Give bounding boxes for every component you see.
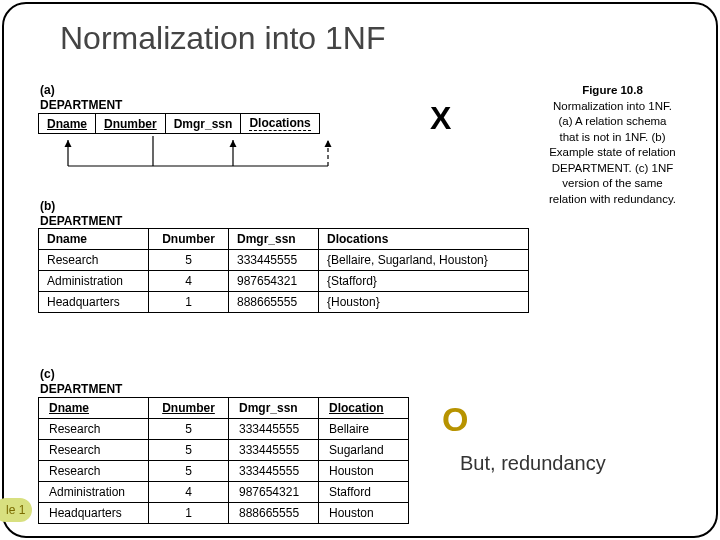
col-dname: Dname	[39, 229, 149, 250]
section-b-label: (b)	[40, 199, 55, 213]
table-row: Headquarters 1 888665555 {Houston}	[39, 292, 529, 313]
table-c: Dname Dnumber Dmgr_ssn Dlocation Researc…	[38, 397, 409, 524]
col-dlocation: Dlocation	[319, 398, 409, 419]
table-row: Research5333445555Bellaire	[39, 419, 409, 440]
table-row: Research5333445555Houston	[39, 461, 409, 482]
col-dmgrssn: Dmgr_ssn	[165, 114, 241, 134]
figure-title: Figure 10.8	[525, 83, 700, 99]
col-dnumber: Dnumber	[96, 114, 166, 134]
col-dnumber: Dnumber	[149, 398, 229, 419]
table-header-row: Dname Dnumber Dmgr_ssn Dlocations	[39, 229, 529, 250]
table-row: Research 5 333445555 {Bellaire, Sugarlan…	[39, 250, 529, 271]
table-row: Dname Dnumber Dmgr_ssn Dlocations	[39, 114, 320, 134]
mark-x: X	[430, 100, 451, 137]
fd-arrows	[38, 136, 398, 186]
table-row: Research5333445555Sugarland	[39, 440, 409, 461]
section-c-label: (c)	[40, 367, 55, 381]
table-row: Headquarters1888665555Houston	[39, 503, 409, 524]
mark-o: O	[442, 400, 468, 439]
col-dname: Dname	[39, 398, 149, 419]
table-b: Dname Dnumber Dmgr_ssn Dlocations Resear…	[38, 228, 529, 313]
col-dname: Dname	[39, 114, 96, 134]
page-title: Normalization into 1NF	[60, 20, 385, 57]
dept-label-b: DEPARTMENT	[40, 214, 122, 228]
redundancy-note: But, redundancy	[460, 452, 606, 475]
figure-caption: Figure 10.8 Normalization into 1NF. (a) …	[525, 83, 700, 207]
page-badge: le 1	[0, 498, 32, 522]
table-a-schema: Dname Dnumber Dmgr_ssn Dlocations	[38, 113, 320, 134]
table-row: Administration 4 987654321 {Stafford}	[39, 271, 529, 292]
section-a-label: (a)	[40, 83, 55, 97]
col-dlocations: Dlocations	[319, 229, 529, 250]
col-dnumber: Dnumber	[149, 229, 229, 250]
dept-label-c: DEPARTMENT	[40, 382, 122, 396]
table-header-row: Dname Dnumber Dmgr_ssn Dlocation	[39, 398, 409, 419]
col-dmgrssn: Dmgr_ssn	[229, 229, 319, 250]
table-row: Administration4987654321Stafford	[39, 482, 409, 503]
dept-label-a: DEPARTMENT	[40, 98, 122, 112]
col-dlocations: Dlocations	[241, 114, 319, 134]
col-dmgrssn: Dmgr_ssn	[229, 398, 319, 419]
